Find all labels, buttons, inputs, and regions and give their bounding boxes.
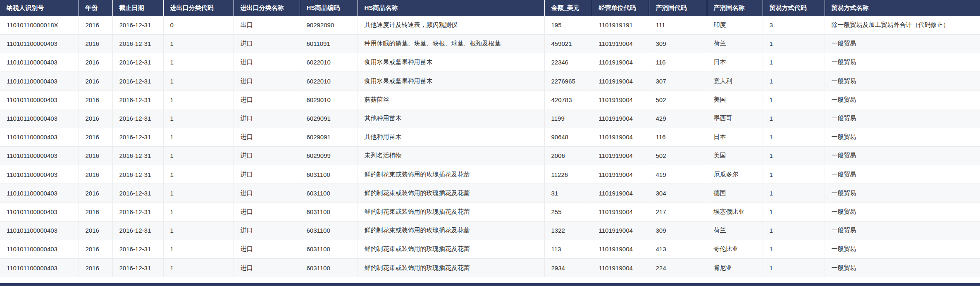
cell-hs_name: 鲜的制花束或装饰用的玫瑰插花及花蕾 [358, 221, 544, 240]
cell-amount_usd: 31 [544, 184, 592, 203]
table-row[interactable]: 11010110000040320162016-12-311进口6011091种… [0, 34, 980, 53]
table-row[interactable]: 11010110000040320162016-12-311进口6029010蘑… [0, 91, 980, 109]
cell-amount_usd: 113 [544, 240, 592, 258]
header-row: 纳税人识别号年份截止日期进出口分类代码进出口分类名称HS商品编码HS商品名称金额… [0, 0, 980, 16]
cell-hs_name: 其他种用苗木 [358, 109, 544, 128]
table-row[interactable]: 11010110000040320162016-12-311进口6029091其… [0, 109, 980, 128]
table-row[interactable]: 11010110000040320162016-12-311进口6029099未… [0, 146, 980, 165]
cell-end_date: 2016-12-31 [112, 16, 163, 34]
cell-ie_class_name: 进口 [234, 128, 300, 146]
cell-country_code: 217 [649, 203, 707, 221]
cell-op_unit_code: 1101919004 [592, 240, 649, 258]
cell-hs_name: 蘑菇菌丝 [358, 91, 544, 109]
cell-ie_class_name: 进口 [234, 221, 300, 240]
cell-country_code: 304 [649, 184, 707, 203]
cell-end_date: 2016-12-31 [112, 128, 163, 146]
cell-hs_name: 其他种用苗木 [358, 128, 544, 146]
cell-ie_class_code: 1 [163, 165, 234, 184]
cell-year: 2016 [79, 34, 112, 53]
cell-taxpayer_id: 110101100000403 [0, 165, 79, 184]
cell-country_name: 埃塞俄比亚 [707, 203, 763, 221]
cell-ie_class_name: 进口 [234, 203, 300, 221]
cell-year: 2016 [79, 221, 112, 240]
cell-taxpayer_id: 110101100000403 [0, 128, 79, 146]
table-body: 11010110000018X20162016-12-310出口90292090… [0, 16, 980, 277]
cell-year: 2016 [79, 16, 112, 34]
table-row[interactable]: 11010110000040320162016-12-311进口6031100鲜… [0, 240, 980, 258]
column-header-op_unit_code: 经营单位代码 [592, 0, 649, 16]
cell-hs_code: 6029099 [300, 146, 358, 165]
cell-hs_name: 食用水果或坚果种用苗木 [358, 72, 544, 91]
cell-trade_mode_name: 一般贸易 [825, 221, 980, 240]
cell-taxpayer_id: 110101100000403 [0, 91, 79, 109]
cell-country_code: 413 [649, 240, 707, 258]
cell-end_date: 2016-12-31 [112, 109, 163, 128]
cell-ie_class_name: 进口 [234, 34, 300, 53]
table-row[interactable]: 11010110000040320162016-12-311进口6029091其… [0, 128, 980, 146]
cell-op_unit_code: 1101919004 [592, 72, 649, 91]
cell-trade_mode_code: 1 [763, 72, 825, 91]
cell-trade_mode_name: 一般贸易 [825, 203, 980, 221]
cell-end_date: 2016-12-31 [112, 34, 163, 53]
cell-amount_usd: 459021 [544, 34, 592, 53]
cell-trade_mode_name: 一般贸易 [825, 146, 980, 165]
cell-trade_mode_name: 一般贸易 [825, 109, 980, 128]
cell-trade_mode_code: 1 [763, 184, 825, 203]
cell-country_code: 309 [649, 221, 707, 240]
cell-country_code: 309 [649, 34, 707, 53]
column-header-taxpayer_id: 纳税人识别号 [0, 0, 79, 16]
column-header-year: 年份 [79, 0, 112, 16]
cell-hs_code: 90292090 [300, 16, 358, 34]
cell-country_name: 厄瓜多尔 [707, 165, 763, 184]
cell-hs_name: 鲜的制花束或装饰用的玫瑰插花及花蕾 [358, 240, 544, 258]
cell-year: 2016 [79, 72, 112, 91]
cell-trade_mode_code: 1 [763, 53, 825, 72]
cell-ie_class_code: 1 [163, 72, 234, 91]
cell-hs_code: 6029010 [300, 91, 358, 109]
cell-hs_code: 6031100 [300, 203, 358, 221]
table-row[interactable]: 11010110000040320162016-12-311进口6031100鲜… [0, 165, 980, 184]
cell-ie_class_name: 进口 [234, 165, 300, 184]
cell-amount_usd: 90648 [544, 128, 592, 146]
cell-country_name: 日本 [707, 128, 763, 146]
table-row[interactable]: 11010110000040320162016-12-311进口6031100鲜… [0, 203, 980, 221]
cell-trade_mode_code: 1 [763, 221, 825, 240]
cell-hs_code: 6031100 [300, 240, 358, 258]
cell-trade_mode_code: 1 [763, 240, 825, 258]
cell-ie_class_code: 1 [163, 258, 234, 277]
cell-country_code: 502 [649, 146, 707, 165]
table-row[interactable]: 11010110000040320162016-12-311进口6022010食… [0, 72, 980, 91]
cell-op_unit_code: 1101919004 [592, 146, 649, 165]
cell-ie_class_name: 出口 [234, 16, 300, 34]
cell-ie_class_code: 1 [163, 53, 234, 72]
cell-trade_mode_name: 一般贸易 [825, 34, 980, 53]
cell-hs_name: 鲜的制花束或装饰用的玫瑰插花及花蕾 [358, 258, 544, 277]
table-row[interactable]: 11010110000018X20162016-12-310出口90292090… [0, 16, 980, 34]
cell-trade_mode_code: 1 [763, 165, 825, 184]
table-row[interactable]: 11010110000040320162016-12-311进口6031100鲜… [0, 258, 980, 277]
cell-end_date: 2016-12-31 [112, 91, 163, 109]
cell-taxpayer_id: 110101100000403 [0, 34, 79, 53]
column-header-ie_class_name: 进出口分类名称 [234, 0, 300, 16]
cell-end_date: 2016-12-31 [112, 72, 163, 91]
cell-trade_mode_name: 一般贸易 [825, 184, 980, 203]
cell-country_code: 502 [649, 91, 707, 109]
cell-hs_name: 鲜的制花束或装饰用的玫瑰插花及花蕾 [358, 165, 544, 184]
cell-op_unit_code: 1101919004 [592, 258, 649, 277]
table-row[interactable]: 11010110000040320162016-12-311进口6031100鲜… [0, 184, 980, 203]
cell-country_name: 肯尼亚 [707, 258, 763, 277]
cell-ie_class_code: 1 [163, 203, 234, 221]
cell-taxpayer_id: 110101100000403 [0, 53, 79, 72]
cell-taxpayer_id: 110101100000403 [0, 146, 79, 165]
cell-hs_code: 6022010 [300, 72, 358, 91]
table-row[interactable]: 11010110000040320162016-12-311进口6022010食… [0, 53, 980, 72]
cell-hs_code: 6022010 [300, 53, 358, 72]
cell-year: 2016 [79, 146, 112, 165]
cell-year: 2016 [79, 53, 112, 72]
cell-hs_code: 6031100 [300, 165, 358, 184]
cell-hs_name: 其他速度计及转速表，频闪观测仪 [358, 16, 544, 34]
cell-taxpayer_id: 110101100000403 [0, 240, 79, 258]
cell-year: 2016 [79, 91, 112, 109]
table-row[interactable]: 11010110000040320162016-12-311进口6031100鲜… [0, 221, 980, 240]
cell-trade_mode_code: 1 [763, 34, 825, 53]
